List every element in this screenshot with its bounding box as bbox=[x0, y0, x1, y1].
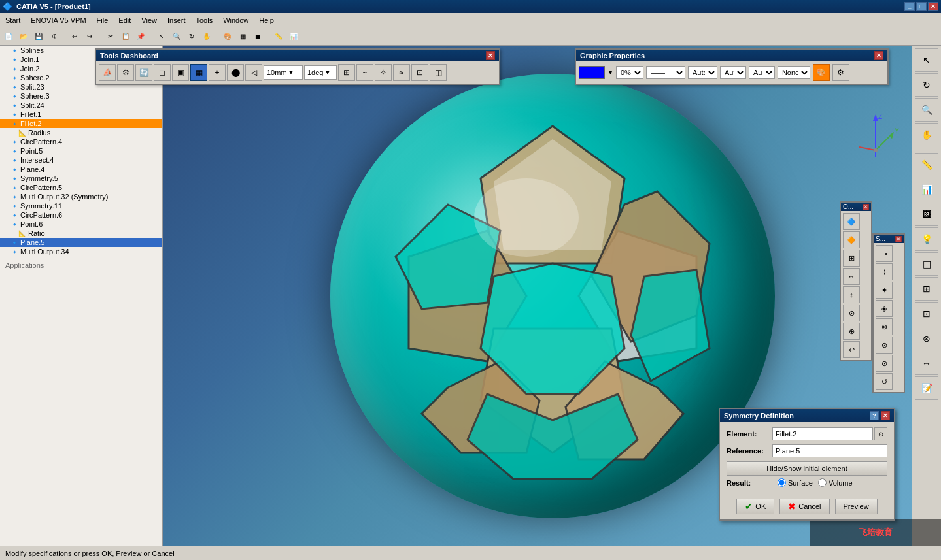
td-btn-13[interactable]: ≈ bbox=[393, 64, 410, 81]
td-btn-11[interactable]: ~ bbox=[356, 64, 373, 81]
tools-dashboard-close[interactable]: ✕ bbox=[486, 51, 495, 60]
rt-annotation-btn[interactable]: 📝 bbox=[915, 376, 938, 400]
menu-start[interactable]: Start bbox=[0, 13, 26, 27]
toolbar-print[interactable]: 🖨 bbox=[46, 29, 61, 44]
toolbar-measure[interactable]: 📏 bbox=[271, 29, 286, 44]
close-btn[interactable]: ✕ bbox=[928, 2, 938, 11]
mini-s-close[interactable]: ✕ bbox=[895, 236, 902, 242]
mini-panel-o-header[interactable]: O... ✕ bbox=[841, 203, 871, 211]
td-btn-5[interactable]: ▣ bbox=[172, 64, 189, 81]
rt-pan-btn[interactable]: ✋ bbox=[915, 123, 938, 146]
td-measurement2[interactable]: 1deg ▼ bbox=[304, 65, 337, 80]
menu-edit[interactable]: Edit bbox=[113, 13, 136, 27]
tree-item-fillet1[interactable]: 🔹 Fillet.1 bbox=[0, 110, 162, 119]
mini-o-btn5[interactable]: ↕ bbox=[843, 286, 860, 303]
ok-button[interactable]: ✔ OK bbox=[736, 499, 774, 514]
reference-input[interactable]: Plane.5 bbox=[772, 444, 887, 457]
mini-o-btn1[interactable]: 🔷 bbox=[843, 213, 860, 230]
tree-item-intersect4[interactable]: 🔹 Intersect.4 bbox=[0, 156, 162, 165]
menu-enovia[interactable]: ENOVIA V5 VPM bbox=[26, 13, 91, 27]
rt-render-btn[interactable]: 🖼 bbox=[915, 203, 938, 226]
tree-item-circpattern5[interactable]: 🔹 CircPattern.5 bbox=[0, 183, 162, 192]
menu-insert[interactable]: Insert bbox=[162, 13, 191, 27]
tree-item-fillet2[interactable]: 🔹 Fillet.2 bbox=[0, 119, 162, 128]
menu-window[interactable]: Window bbox=[218, 13, 254, 27]
mini-s-btn2[interactable]: ⊹ bbox=[876, 263, 893, 280]
td-btn-2[interactable]: ⚙ bbox=[117, 64, 134, 81]
td-btn-14[interactable]: ⊡ bbox=[411, 64, 428, 81]
opacity-select[interactable]: 0% bbox=[616, 66, 643, 79]
tools-dashboard-header[interactable]: Tools Dashboard ✕ bbox=[96, 50, 499, 61]
toolbar-paste[interactable]: 📌 bbox=[133, 29, 148, 44]
rt-analysis-btn[interactable]: 📊 bbox=[915, 178, 938, 201]
toolbar-copy[interactable]: 📋 bbox=[118, 29, 133, 44]
toolbar-redo[interactable]: ↪ bbox=[82, 29, 97, 44]
surface-radio[interactable] bbox=[778, 478, 786, 487]
menu-file[interactable]: File bbox=[92, 13, 114, 27]
tree-item-circpattern4[interactable]: 🔹 CircPattern.4 bbox=[0, 137, 162, 146]
mini-s-btn8[interactable]: ↺ bbox=[876, 373, 893, 390]
dialog-minimize[interactable]: ? bbox=[870, 411, 879, 420]
rt-section-btn[interactable]: ◫ bbox=[915, 252, 938, 276]
dialog-close[interactable]: ✕ bbox=[881, 411, 890, 420]
tree-item-plane5[interactable]: 🔹 Plane.5 bbox=[0, 238, 162, 247]
tree-item-ratio[interactable]: 📐 Ratio bbox=[0, 229, 162, 238]
mini-panel-s-header[interactable]: S... ✕ bbox=[874, 235, 904, 243]
mini-o-btn6[interactable]: ⊙ bbox=[843, 305, 860, 321]
menu-view[interactable]: View bbox=[136, 13, 162, 27]
tree-item-point6[interactable]: 🔹 Point.6 bbox=[0, 220, 162, 229]
td-btn-12[interactable]: ✧ bbox=[375, 64, 392, 81]
element-select-btn[interactable]: ⊙ bbox=[874, 427, 887, 440]
minimize-btn[interactable]: _ bbox=[904, 2, 915, 11]
auto-select-1[interactable]: Auto bbox=[688, 66, 717, 79]
symmetry-dialog-header[interactable]: Symmetry Definition ? ✕ bbox=[720, 409, 894, 422]
linestyle-select[interactable]: —— bbox=[646, 66, 685, 79]
element-input[interactable]: Fillet.2 bbox=[772, 427, 873, 440]
tree-item-symmetry11[interactable]: 🔹 Symmetry.11 bbox=[0, 201, 162, 210]
graphic-props-header[interactable]: Graphic Properties ✕ bbox=[576, 50, 887, 61]
td-btn-8[interactable]: ⬤ bbox=[227, 64, 244, 81]
mini-o-close[interactable]: ✕ bbox=[863, 204, 869, 210]
cancel-button[interactable]: ✖ Cancel bbox=[779, 499, 829, 514]
toolbar-cut[interactable]: ✂ bbox=[103, 29, 118, 44]
rt-snap-btn[interactable]: ⊡ bbox=[915, 302, 938, 325]
td-measurement1[interactable]: 10mm ▼ bbox=[264, 65, 303, 80]
preview-button[interactable]: Preview bbox=[835, 499, 878, 514]
auto-select-3[interactable]: Aut bbox=[749, 66, 775, 79]
volume-radio[interactable] bbox=[818, 478, 827, 487]
mini-s-btn5[interactable]: ⊗ bbox=[876, 318, 893, 335]
tree-item-split24[interactable]: 🔹 Split.24 bbox=[0, 101, 162, 110]
gp-btn-2[interactable]: ⚙ bbox=[832, 64, 849, 81]
tree-item-sphere3[interactable]: 🔹 Sphere.3 bbox=[0, 91, 162, 101]
tree-item-multioutput32[interactable]: 🔹 Multi Output.32 (Symmetry) bbox=[0, 192, 162, 201]
mini-o-btn4[interactable]: ↔ bbox=[843, 268, 860, 285]
volume-radio-label[interactable]: Volume bbox=[818, 478, 853, 487]
td-btn-15[interactable]: ◫ bbox=[430, 64, 447, 81]
tree-item-circpattern6[interactable]: 🔹 CircPattern.6 bbox=[0, 210, 162, 220]
surface-radio-label[interactable]: Surface bbox=[778, 478, 813, 487]
rt-measure-btn[interactable]: 📏 bbox=[915, 153, 938, 176]
td-btn-10[interactable]: ⊞ bbox=[338, 64, 355, 81]
mini-o-btn3[interactable]: ⊞ bbox=[843, 250, 860, 267]
toolbar-shade[interactable]: ◼ bbox=[250, 29, 265, 44]
mini-s-btn1[interactable]: ⊸ bbox=[876, 245, 893, 262]
toolbar-open[interactable]: 📂 bbox=[16, 29, 31, 44]
mini-o-btn2[interactable]: 🔶 bbox=[843, 231, 860, 248]
td-btn-6[interactable]: ▦ bbox=[190, 64, 207, 81]
mini-s-btn4[interactable]: ◈ bbox=[876, 300, 893, 317]
rt-dimension-btn[interactable]: ↔ bbox=[915, 352, 938, 375]
td-btn-7[interactable]: + bbox=[209, 64, 226, 81]
td-btn-1[interactable]: ⛵ bbox=[99, 64, 116, 81]
menu-tools[interactable]: Tools bbox=[190, 13, 218, 27]
none-select[interactable]: None bbox=[778, 66, 810, 79]
toolbar-wireframe[interactable]: ▦ bbox=[235, 29, 250, 44]
rt-zoom-btn[interactable]: 🔍 bbox=[915, 98, 938, 122]
tree-item-point5[interactable]: 🔹 Point.5 bbox=[0, 146, 162, 156]
rt-constraint-btn[interactable]: ⊗ bbox=[915, 327, 938, 350]
td-btn-3[interactable]: 🔄 bbox=[135, 64, 152, 81]
graphic-props-close[interactable]: ✕ bbox=[874, 51, 883, 60]
rt-light-btn[interactable]: 💡 bbox=[915, 227, 938, 251]
td-btn-4[interactable]: ◻ bbox=[154, 64, 171, 81]
toolbar-zoom-in[interactable]: 🔍 bbox=[169, 29, 184, 44]
mini-s-btn7[interactable]: ⊙ bbox=[876, 355, 893, 372]
